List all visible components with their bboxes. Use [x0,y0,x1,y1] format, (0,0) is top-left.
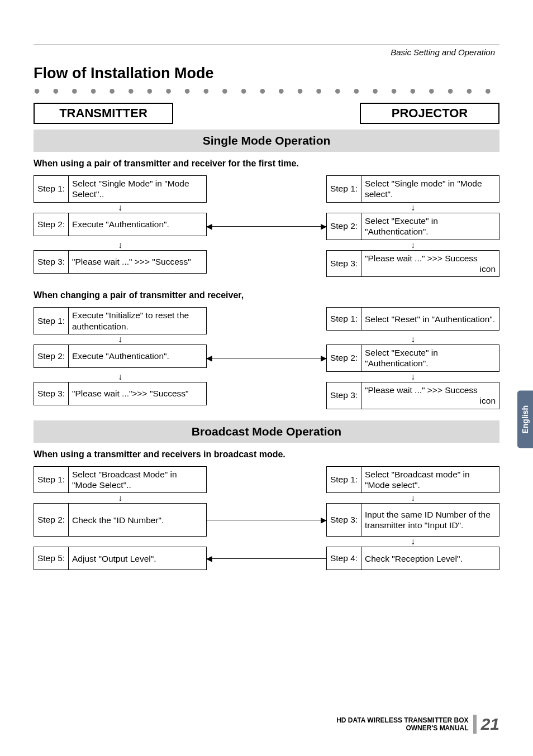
arrow-down-icon: ↓ [326,240,499,250]
arrow-down-icon: ↓ [34,240,207,250]
step-label: Step 5: [34,547,69,570]
arrow-down-icon: ↓ [326,334,499,344]
bc-pj-step4-box: Step 4: Check "Reception Level". [326,547,499,570]
step-text: Select "Single Mode" in "Mode Select".. [69,176,206,202]
tx1-step1-box: Step 1: Select "Single Mode" in "Mode Se… [34,175,207,203]
footer-doc-type: OWNER'S MANUAL [336,724,468,732]
step-label: Step 1: [34,308,69,334]
step-text: Select "Execute" in "Authentication". [361,213,499,240]
step-text: Select "Broadcast mode" in "Mode select"… [361,467,499,493]
arrow-down-icon: ↓ [34,334,207,344]
step-label: Step 2: [327,213,361,240]
arrow-down-icon: ↓ [326,537,499,547]
language-tab: English [517,391,533,448]
arrow-right: ▶ [207,503,326,537]
step-label: Step 2: [34,213,69,236]
decorative-dots: ● ● ● ● ● ● ● ● ● ● ● ● ● ● ● ● ● ● ● ● … [34,84,499,97]
arrow-left: ◀ [207,547,326,570]
bc-tx-step2-box: Step 2: Check the "ID Number". [34,503,207,537]
step-text: "Please wait ...">>> "Success" [69,382,206,405]
arrow-down-icon: ↓ [34,203,207,213]
footer-product-name: HD DATA WIRELESS TRANSMITTER BOX [336,716,468,724]
step-text: Select "Execute" in "Authentication". [361,345,499,371]
step-label: Step 1: [327,467,361,493]
step-label: Step 2: [34,504,69,536]
subheading-first-time: When using a pair of transmitter and rec… [34,159,499,169]
tx2-step1-box: Step 1: Execute "Initialize" to reset th… [34,307,207,334]
step-label: Step 1: [34,176,69,202]
step-label: Step 1: [327,308,361,330]
step-label: Step 1: [327,176,361,202]
section-broadcast-mode: Broadcast Mode Operation [34,420,499,443]
pj2-step1-box: Step 1: Select "Reset" in "Authenticatio… [326,307,499,331]
step-label: Step 3: [327,504,361,536]
step-text: "Please wait ..." >>> Success icon [361,251,499,277]
step-text: Execute "Initialize" to reset the authen… [69,308,206,334]
step-label: Step 3: [327,251,361,277]
step-label: Step 2: [327,345,361,371]
bc-tx-step5-box: Step 5: Adjust "Output Level". [34,547,207,570]
step-text: "Please wait ..." >>> Success icon [361,382,499,409]
tx1-step3-box: Step 3: "Please wait ..." >>> "Success" [34,250,207,274]
subheading-broadcast: When using a transmitter and receivers i… [34,449,499,460]
arrowhead-left-icon: ◀ [206,554,212,563]
arrowhead-right-icon: ▶ [321,353,327,362]
tx2-step3-box: Step 3: "Please wait ...">>> "Success" [34,382,207,405]
pj1-step2-box: Step 2: Select "Execute" in "Authenticat… [326,213,499,240]
arrow-down-icon: ↓ [326,372,499,382]
bidirectional-arrow: ◀ ▶ [207,344,326,372]
footer-divider [473,715,477,734]
step-text: Check the "ID Number". [69,504,206,536]
step-label: Step 3: [34,382,69,405]
step-text: Select "Single mode" in "Mode select". [361,176,499,202]
step-label: Step 2: [34,345,69,367]
step-text: Adjust "Output Level". [69,547,206,570]
bidirectional-arrow: ◀ ▶ [207,213,326,240]
step-text: Execute "Authentication". [69,345,206,367]
pj1-step3-box: Step 3: "Please wait ..." >>> Success ic… [326,250,499,277]
section-single-mode: Single Mode Operation [34,130,499,152]
breadcrumb: Basic Setting and Operation [34,47,495,57]
step-label: Step 3: [34,251,69,273]
spacer [34,537,207,547]
bc-pj-step3-box: Step 3: Input the same ID Number of the … [326,503,499,537]
bc-pj-step1-box: Step 1: Select "Broadcast mode" in "Mode… [326,466,499,494]
tx1-step2-box: Step 2: Execute "Authentication". [34,213,207,236]
tx2-step2-box: Step 2: Execute "Authentication". [34,344,207,368]
arrowhead-right-icon: ▶ [321,515,327,524]
column-header-transmitter: TRANSMITTER [34,103,173,124]
top-rule [34,45,499,45]
step-text: Select "Reset" in "Authentication". [361,308,499,330]
arrowhead-right-icon: ▶ [321,222,327,231]
step-label: Step 4: [327,547,361,570]
arrowhead-left-icon: ◀ [206,353,212,362]
bc-tx-step1-box: Step 1: Select "Broadcast Mode" in "Mode… [34,466,207,494]
step-text: Check "Reception Level". [361,547,499,570]
subheading-changing-pair: When changing a pair of transmitter and … [34,290,499,300]
step-text: Execute "Authentication". [69,213,206,236]
column-header-projector: PROJECTOR [360,103,499,124]
arrow-down-icon: ↓ [326,203,499,213]
arrowhead-left-icon: ◀ [206,222,212,231]
step-text: "Please wait ..." >>> "Success" [69,251,206,273]
pj2-step2-box: Step 2: Select "Execute" in "Authenticat… [326,344,499,372]
page-title: Flow of Installation Mode [34,65,499,82]
step-label: Step 1: [34,467,69,493]
pj2-step3-box: Step 3: "Please wait ..." >>> Success ic… [326,382,499,409]
step-label: Step 3: [327,382,361,409]
page-footer: HD DATA WIRELESS TRANSMITTER BOX OWNER'S… [336,715,499,734]
step-text: Input the same ID Number of the transmit… [361,504,499,536]
pj1-step1-box: Step 1: Select "Single mode" in "Mode se… [326,175,499,203]
arrow-down-icon: ↓ [34,493,207,503]
step-text: Select "Broadcast Mode" in "Mode Select"… [69,467,206,493]
arrow-down-icon: ↓ [326,493,499,503]
arrow-down-icon: ↓ [34,372,207,382]
page-number: 21 [481,715,499,734]
